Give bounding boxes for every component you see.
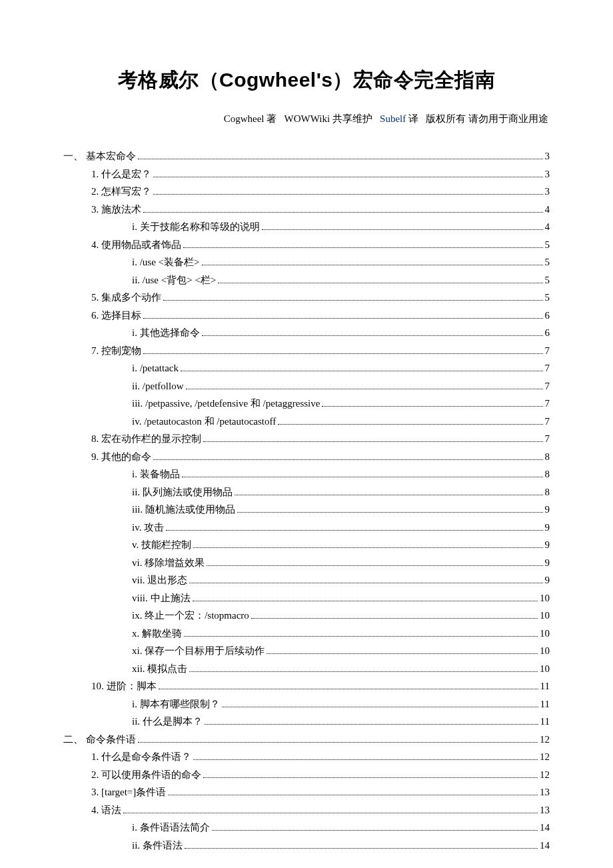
toc-entry[interactable]: 3. 施放法术4 [63,201,550,219]
toc-entry-page: 7 [545,343,550,360]
toc-entry[interactable]: i. 条件语语法简介14 [63,819,550,837]
toc-entry[interactable]: 二、 命令条件语12 [63,731,550,749]
toc-entry[interactable]: 5. 集成多个动作5 [63,289,550,307]
toc-entry[interactable]: 3. [target=]条件语13 [63,784,550,801]
toc-entry[interactable]: ii. 队列施法或使用物品8 [63,484,550,501]
toc-leader-dots [138,159,543,159]
toc-leader-dots [168,795,538,795]
toc-entry[interactable]: 2. 可以使用条件语的命令12 [63,767,550,784]
toc-entry-page: 7 [545,378,550,395]
toc-leader-dots [278,424,542,425]
toc-entry[interactable]: 9. 其他的命令8 [63,449,550,466]
toc-entry-label: i. /petattack [132,360,179,377]
toc-entry[interactable]: iii. 随机施法或使用物品9 [63,501,550,519]
toc-entry-label: x. 解散坐骑 [132,625,182,643]
toc-leader-dots [218,283,542,283]
page-title: 考格威尔（Cogwheel's）宏命令完全指南 [63,67,550,94]
toc-leader-dots [262,229,543,230]
toc-leader-dots [203,777,538,778]
table-of-contents: 一、 基本宏命令31. 什么是宏？32. 怎样写宏？33. 施放法术4i. 关于… [63,148,550,854]
toc-entry-label: vii. 退出形态 [132,572,187,589]
toc-entry-label: ii. 条件语法 [132,837,183,855]
byline-translator-link[interactable]: Subelf [380,113,406,124]
toc-leader-dots [166,530,542,531]
toc-entry-page: 12 [540,731,550,749]
byline-rights: 版权所有 请勿用于商业用途 [426,113,548,124]
toc-entry[interactable]: 8. 宏在动作栏的显示控制7 [63,431,550,448]
toc-entry[interactable]: viii. 中止施法10 [63,590,550,607]
toc-entry-page: 7 [545,413,550,431]
toc-entry[interactable]: v. 技能栏控制9 [63,537,550,554]
document-page: 考格威尔（Cogwheel's）宏命令完全指南 Cogwheel 著 WOWWi… [0,0,613,868]
toc-entry[interactable]: i. 装备物品8 [63,466,550,483]
toc-entry[interactable]: ii. 条件语法14 [63,837,550,855]
toc-entry[interactable]: i. /use <装备栏>5 [63,254,550,271]
toc-entry[interactable]: x. 解散坐骑10 [63,625,550,643]
toc-entry-page: 3 [545,148,550,165]
toc-entry[interactable]: 2. 怎样写宏？3 [63,183,550,201]
toc-entry[interactable]: i. 其他选择命令6 [63,325,550,342]
toc-entry[interactable]: 一、 基本宏命令3 [63,148,550,165]
toc-entry-label: iii. 随机施法或使用物品 [132,501,235,519]
toc-entry-page: 14 [540,837,550,855]
toc-leader-dots [159,689,538,689]
toc-entry-label: i. /use <装备栏> [132,254,200,271]
toc-entry[interactable]: vii. 退出形态9 [63,572,550,589]
toc-leader-dots [185,848,538,849]
toc-entry-page: 9 [545,555,550,572]
toc-entry-label: i. 装备物品 [132,466,180,483]
toc-entry[interactable]: 4. 使用物品或者饰品5 [63,237,550,254]
toc-entry[interactable]: ii. /use <背包> <栏>5 [63,272,550,289]
toc-entry[interactable]: 6. 选择目标6 [63,307,550,325]
toc-entry[interactable]: iii. /petpassive, /petdefensive 和 /petag… [63,395,550,413]
toc-entry[interactable]: iv. /petautocaston 和 /petautocastoff7 [63,413,550,431]
toc-entry[interactable]: 10. 进阶：脚本11 [63,678,550,695]
toc-entry-page: 12 [540,749,550,766]
toc-entry-label: iii. /petpassive, /petdefensive 和 /petag… [132,395,320,413]
toc-entry[interactable]: ix. 终止一个宏：/stopmacro10 [63,607,550,625]
toc-leader-dots [182,477,543,477]
toc-entry-label: viii. 中止施法 [132,590,191,607]
toc-entry-page: 8 [545,466,550,483]
toc-entry[interactable]: 1. 什么是命令条件语？12 [63,749,550,766]
toc-entry-page: 14 [540,819,550,837]
toc-leader-dots [181,371,543,371]
toc-entry[interactable]: xii. 模拟点击10 [63,661,550,678]
toc-leader-dots [193,601,538,601]
toc-entry-page: 8 [545,449,550,466]
toc-entry-page: 5 [545,272,550,289]
toc-entry[interactable]: ii. /petfollow7 [63,378,550,395]
toc-entry-page: 9 [545,519,550,537]
toc-leader-dots [193,547,542,548]
toc-entry[interactable]: 4. 语法13 [63,802,550,819]
toc-entry[interactable]: 7. 控制宠物7 [63,343,550,360]
toc-entry[interactable]: i. 关于技能名称和等级的说明4 [63,219,550,236]
toc-leader-dots [153,194,543,195]
toc-entry-label: ix. 终止一个宏：/stopmacro [132,607,249,625]
toc-leader-dots [235,495,543,495]
toc-entry-label: i. 关于技能名称和等级的说明 [132,219,260,236]
toc-entry-page: 11 [540,678,550,695]
toc-entry[interactable]: ii. 什么是脚本？11 [63,713,550,731]
toc-entry-label: i. 条件语语法简介 [132,819,210,837]
toc-entry-page: 5 [545,254,550,271]
toc-entry-label: 一、 基本宏命令 [63,148,136,165]
toc-entry-label: 8. 宏在动作栏的显示控制 [91,431,201,448]
toc-entry-label: xi. 保存一个目标用于后续动作 [132,643,265,660]
toc-leader-dots [322,406,542,407]
byline-author: Cogwheel 著 [224,113,277,124]
byline-maintainer: WOWWiki 共享维护 [285,113,372,124]
toc-leader-dots [189,671,538,672]
toc-leader-dots [205,724,538,725]
toc-entry[interactable]: i. /petattack7 [63,360,550,377]
toc-entry[interactable]: 1. 什么是宏？3 [63,166,550,183]
toc-entry[interactable]: iv. 攻击9 [63,519,550,537]
toc-entry[interactable]: vi. 移除增益效果9 [63,555,550,572]
toc-entry-label: 2. 可以使用条件语的命令 [91,767,201,784]
toc-leader-dots [189,583,542,583]
toc-entry[interactable]: i. 脚本有哪些限制？11 [63,696,550,713]
toc-leader-dots [138,742,538,743]
toc-entry[interactable]: xi. 保存一个目标用于后续动作10 [63,643,550,660]
toc-leader-dots [143,212,543,213]
byline: Cogwheel 著 WOWWiki 共享维护 Subelf 译 版权所有 请勿… [63,113,550,125]
